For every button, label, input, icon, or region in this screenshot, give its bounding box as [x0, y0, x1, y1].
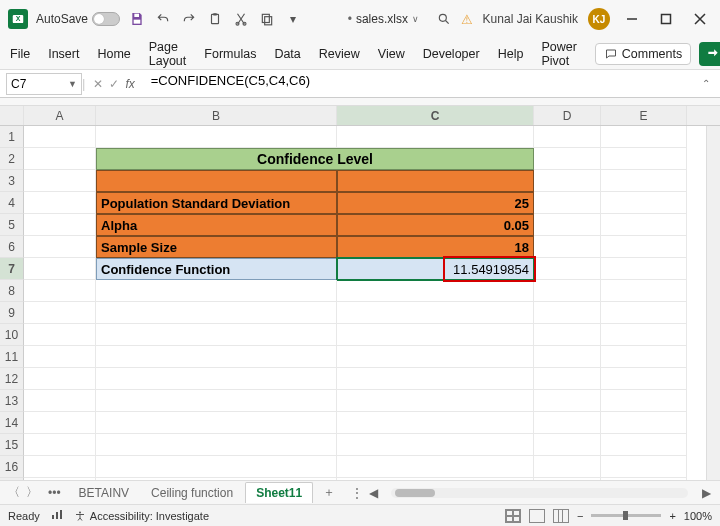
zoom-slider[interactable] — [591, 514, 661, 517]
tab-data[interactable]: Data — [274, 47, 300, 61]
minimize-icon[interactable] — [620, 7, 644, 31]
row-header-15[interactable]: 15 — [0, 434, 24, 456]
cell[interactable] — [337, 170, 534, 192]
cell[interactable] — [24, 214, 96, 236]
page-layout-view-icon[interactable] — [529, 509, 545, 523]
stats-icon[interactable] — [50, 509, 64, 523]
row-header-9[interactable]: 9 — [0, 302, 24, 324]
cell[interactable] — [96, 368, 337, 390]
redo-icon[interactable] — [180, 10, 198, 28]
cell[interactable] — [96, 390, 337, 412]
zoom-out-icon[interactable]: − — [577, 510, 583, 522]
cell[interactable] — [601, 434, 687, 456]
row-header-16[interactable]: 16 — [0, 456, 24, 478]
col-header-d[interactable]: D — [534, 106, 601, 125]
cell[interactable] — [601, 324, 687, 346]
cell[interactable] — [24, 434, 96, 456]
cell[interactable] — [96, 280, 337, 302]
cell[interactable] — [601, 148, 687, 170]
save-icon[interactable] — [128, 10, 146, 28]
row-header-3[interactable]: 3 — [0, 170, 24, 192]
col-header-a[interactable]: A — [24, 106, 96, 125]
cell[interactable] — [24, 258, 96, 280]
cell-b4[interactable]: Population Standard Deviation — [96, 192, 337, 214]
cell-c6[interactable]: 18 — [337, 236, 534, 258]
cell[interactable] — [337, 324, 534, 346]
share-button[interactable] — [699, 42, 720, 66]
zoom-level[interactable]: 100% — [684, 510, 712, 522]
clipboard-icon[interactable] — [206, 10, 224, 28]
col-header-c[interactable]: C — [337, 106, 534, 125]
cell[interactable] — [96, 412, 337, 434]
row-header-6[interactable]: 6 — [0, 236, 24, 258]
hscroll-left-icon[interactable]: ◀ — [365, 486, 381, 500]
row-header-5[interactable]: 5 — [0, 214, 24, 236]
cell[interactable] — [601, 214, 687, 236]
cell[interactable] — [24, 346, 96, 368]
row-header-11[interactable]: 11 — [0, 346, 24, 368]
cell[interactable] — [337, 412, 534, 434]
tab-file[interactable]: File — [10, 47, 30, 61]
cell[interactable] — [534, 434, 601, 456]
cell-c5[interactable]: 0.05 — [337, 214, 534, 236]
sheet-menu-icon[interactable]: ⋮ — [351, 486, 363, 500]
cell[interactable] — [601, 126, 687, 148]
cell[interactable] — [337, 346, 534, 368]
cell[interactable] — [601, 236, 687, 258]
sheet-tab-sheet11[interactable]: Sheet11 — [245, 482, 313, 503]
cell[interactable] — [96, 126, 337, 148]
cell[interactable] — [534, 324, 601, 346]
tab-insert[interactable]: Insert — [48, 47, 79, 61]
cell-c4[interactable]: 25 — [337, 192, 534, 214]
cell[interactable] — [24, 148, 96, 170]
cell[interactable] — [601, 390, 687, 412]
tab-home[interactable]: Home — [97, 47, 130, 61]
cell[interactable] — [24, 236, 96, 258]
row-header-1[interactable]: 1 — [0, 126, 24, 148]
tab-review[interactable]: Review — [319, 47, 360, 61]
cell[interactable] — [24, 412, 96, 434]
normal-view-icon[interactable] — [505, 509, 521, 523]
cell[interactable] — [96, 302, 337, 324]
cell[interactable] — [534, 456, 601, 478]
maximize-icon[interactable] — [654, 7, 678, 31]
tab-nav-left[interactable]: 〈 — [6, 484, 22, 501]
cell[interactable] — [534, 258, 601, 280]
cell[interactable] — [24, 324, 96, 346]
tab-developer[interactable]: Developer — [423, 47, 480, 61]
cell[interactable] — [96, 170, 337, 192]
row-header-12[interactable]: 12 — [0, 368, 24, 390]
cell[interactable] — [601, 456, 687, 478]
cell[interactable] — [601, 192, 687, 214]
tab-ellipsis-icon[interactable]: ••• — [42, 486, 67, 500]
accessibility-button[interactable]: Accessibility: Investigate — [74, 510, 209, 522]
grid-body[interactable]: 1 2 Confidence Level 3 4 Po — [0, 126, 720, 480]
chevron-down-icon[interactable]: ▾ — [284, 10, 302, 28]
tab-help[interactable]: Help — [498, 47, 524, 61]
cell[interactable] — [24, 302, 96, 324]
cell[interactable] — [534, 478, 601, 480]
user-avatar[interactable]: KJ — [588, 8, 610, 30]
cell-b5[interactable]: Alpha — [96, 214, 337, 236]
zoom-in-icon[interactable]: + — [669, 510, 675, 522]
cell[interactable] — [601, 346, 687, 368]
cell[interactable] — [24, 368, 96, 390]
cell[interactable] — [96, 324, 337, 346]
cell[interactable] — [337, 478, 534, 480]
cell-c7-active[interactable]: 11.54919854 — [337, 258, 534, 280]
cell-b7[interactable]: Confidence Function — [96, 258, 337, 280]
cell[interactable] — [24, 280, 96, 302]
cell[interactable] — [534, 236, 601, 258]
title-cell[interactable]: Confidence Level — [96, 148, 534, 170]
cell[interactable] — [601, 478, 687, 480]
cell[interactable] — [96, 456, 337, 478]
cell[interactable] — [534, 192, 601, 214]
cell[interactable] — [337, 434, 534, 456]
cell[interactable] — [24, 170, 96, 192]
cell[interactable] — [24, 126, 96, 148]
col-header-e[interactable]: E — [601, 106, 687, 125]
tab-page-layout[interactable]: Page Layout — [149, 40, 187, 68]
row-header-7[interactable]: 7 — [0, 258, 24, 280]
expand-formula-icon[interactable]: ⌃ — [702, 78, 710, 89]
filename-area[interactable]: • sales.xlsx ∨ — [340, 12, 427, 26]
